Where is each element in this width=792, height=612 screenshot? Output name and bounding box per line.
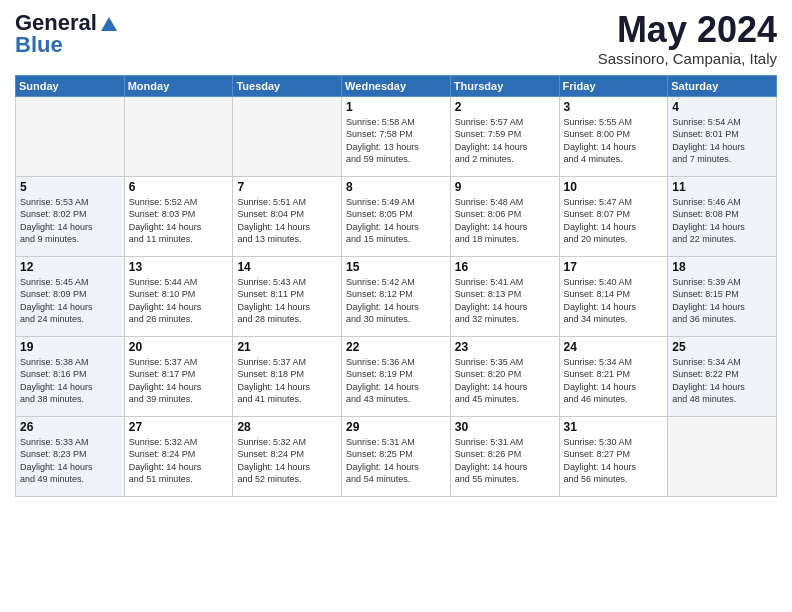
day-number: 5 <box>20 180 120 194</box>
day-number: 4 <box>672 100 772 114</box>
calendar-day: 27Sunrise: 5:32 AM Sunset: 8:24 PM Dayli… <box>124 416 233 496</box>
header: General Blue May 2024 Sassinoro, Campani… <box>15 10 777 67</box>
day-info: Sunrise: 5:52 AM Sunset: 8:03 PM Dayligh… <box>129 196 229 246</box>
header-saturday: Saturday <box>668 75 777 96</box>
day-info: Sunrise: 5:39 AM Sunset: 8:15 PM Dayligh… <box>672 276 772 326</box>
calendar-day: 30Sunrise: 5:31 AM Sunset: 8:26 PM Dayli… <box>450 416 559 496</box>
calendar-week-row: 5Sunrise: 5:53 AM Sunset: 8:02 PM Daylig… <box>16 176 777 256</box>
day-info: Sunrise: 5:30 AM Sunset: 8:27 PM Dayligh… <box>564 436 664 486</box>
day-info: Sunrise: 5:55 AM Sunset: 8:00 PM Dayligh… <box>564 116 664 166</box>
day-number: 10 <box>564 180 664 194</box>
calendar-day: 29Sunrise: 5:31 AM Sunset: 8:25 PM Dayli… <box>342 416 451 496</box>
day-info: Sunrise: 5:48 AM Sunset: 8:06 PM Dayligh… <box>455 196 555 246</box>
calendar-day: 14Sunrise: 5:43 AM Sunset: 8:11 PM Dayli… <box>233 256 342 336</box>
day-number: 21 <box>237 340 337 354</box>
logo: General Blue <box>15 10 121 58</box>
day-number: 26 <box>20 420 120 434</box>
calendar-day: 7Sunrise: 5:51 AM Sunset: 8:04 PM Daylig… <box>233 176 342 256</box>
logo-arrow-icon <box>99 13 119 33</box>
day-info: Sunrise: 5:54 AM Sunset: 8:01 PM Dayligh… <box>672 116 772 166</box>
day-info: Sunrise: 5:32 AM Sunset: 8:24 PM Dayligh… <box>129 436 229 486</box>
calendar-day: 1Sunrise: 5:58 AM Sunset: 7:58 PM Daylig… <box>342 96 451 176</box>
header-sunday: Sunday <box>16 75 125 96</box>
day-number: 11 <box>672 180 772 194</box>
day-number: 25 <box>672 340 772 354</box>
calendar-day <box>124 96 233 176</box>
day-number: 6 <box>129 180 229 194</box>
calendar-week-row: 12Sunrise: 5:45 AM Sunset: 8:09 PM Dayli… <box>16 256 777 336</box>
day-info: Sunrise: 5:53 AM Sunset: 8:02 PM Dayligh… <box>20 196 120 246</box>
day-info: Sunrise: 5:58 AM Sunset: 7:58 PM Dayligh… <box>346 116 446 166</box>
calendar-day: 11Sunrise: 5:46 AM Sunset: 8:08 PM Dayli… <box>668 176 777 256</box>
day-info: Sunrise: 5:31 AM Sunset: 8:26 PM Dayligh… <box>455 436 555 486</box>
header-monday: Monday <box>124 75 233 96</box>
day-number: 16 <box>455 260 555 274</box>
calendar-day: 12Sunrise: 5:45 AM Sunset: 8:09 PM Dayli… <box>16 256 125 336</box>
day-number: 9 <box>455 180 555 194</box>
calendar-page: General Blue May 2024 Sassinoro, Campani… <box>0 0 792 612</box>
calendar-day <box>668 416 777 496</box>
calendar-day: 22Sunrise: 5:36 AM Sunset: 8:19 PM Dayli… <box>342 336 451 416</box>
calendar-day: 19Sunrise: 5:38 AM Sunset: 8:16 PM Dayli… <box>16 336 125 416</box>
day-info: Sunrise: 5:37 AM Sunset: 8:18 PM Dayligh… <box>237 356 337 406</box>
day-info: Sunrise: 5:36 AM Sunset: 8:19 PM Dayligh… <box>346 356 446 406</box>
day-info: Sunrise: 5:35 AM Sunset: 8:20 PM Dayligh… <box>455 356 555 406</box>
calendar-day: 23Sunrise: 5:35 AM Sunset: 8:20 PM Dayli… <box>450 336 559 416</box>
day-info: Sunrise: 5:47 AM Sunset: 8:07 PM Dayligh… <box>564 196 664 246</box>
day-number: 17 <box>564 260 664 274</box>
calendar-day: 6Sunrise: 5:52 AM Sunset: 8:03 PM Daylig… <box>124 176 233 256</box>
day-info: Sunrise: 5:42 AM Sunset: 8:12 PM Dayligh… <box>346 276 446 326</box>
logo-blue: Blue <box>15 32 63 58</box>
day-number: 13 <box>129 260 229 274</box>
calendar-day: 17Sunrise: 5:40 AM Sunset: 8:14 PM Dayli… <box>559 256 668 336</box>
calendar-table: SundayMondayTuesdayWednesdayThursdayFrid… <box>15 75 777 497</box>
calendar-day: 16Sunrise: 5:41 AM Sunset: 8:13 PM Dayli… <box>450 256 559 336</box>
calendar-day: 2Sunrise: 5:57 AM Sunset: 7:59 PM Daylig… <box>450 96 559 176</box>
day-number: 18 <box>672 260 772 274</box>
calendar-day: 13Sunrise: 5:44 AM Sunset: 8:10 PM Dayli… <box>124 256 233 336</box>
day-number: 20 <box>129 340 229 354</box>
calendar-day: 20Sunrise: 5:37 AM Sunset: 8:17 PM Dayli… <box>124 336 233 416</box>
calendar-week-row: 26Sunrise: 5:33 AM Sunset: 8:23 PM Dayli… <box>16 416 777 496</box>
header-friday: Friday <box>559 75 668 96</box>
day-info: Sunrise: 5:37 AM Sunset: 8:17 PM Dayligh… <box>129 356 229 406</box>
day-info: Sunrise: 5:49 AM Sunset: 8:05 PM Dayligh… <box>346 196 446 246</box>
day-info: Sunrise: 5:43 AM Sunset: 8:11 PM Dayligh… <box>237 276 337 326</box>
day-info: Sunrise: 5:32 AM Sunset: 8:24 PM Dayligh… <box>237 436 337 486</box>
day-number: 24 <box>564 340 664 354</box>
day-number: 12 <box>20 260 120 274</box>
day-number: 27 <box>129 420 229 434</box>
day-number: 29 <box>346 420 446 434</box>
day-info: Sunrise: 5:46 AM Sunset: 8:08 PM Dayligh… <box>672 196 772 246</box>
calendar-week-row: 19Sunrise: 5:38 AM Sunset: 8:16 PM Dayli… <box>16 336 777 416</box>
day-number: 7 <box>237 180 337 194</box>
calendar-day: 24Sunrise: 5:34 AM Sunset: 8:21 PM Dayli… <box>559 336 668 416</box>
day-info: Sunrise: 5:38 AM Sunset: 8:16 PM Dayligh… <box>20 356 120 406</box>
day-number: 2 <box>455 100 555 114</box>
day-number: 15 <box>346 260 446 274</box>
day-info: Sunrise: 5:44 AM Sunset: 8:10 PM Dayligh… <box>129 276 229 326</box>
calendar-day: 4Sunrise: 5:54 AM Sunset: 8:01 PM Daylig… <box>668 96 777 176</box>
day-info: Sunrise: 5:41 AM Sunset: 8:13 PM Dayligh… <box>455 276 555 326</box>
calendar-day: 18Sunrise: 5:39 AM Sunset: 8:15 PM Dayli… <box>668 256 777 336</box>
calendar-day: 5Sunrise: 5:53 AM Sunset: 8:02 PM Daylig… <box>16 176 125 256</box>
header-wednesday: Wednesday <box>342 75 451 96</box>
day-number: 3 <box>564 100 664 114</box>
day-info: Sunrise: 5:45 AM Sunset: 8:09 PM Dayligh… <box>20 276 120 326</box>
day-number: 1 <box>346 100 446 114</box>
calendar-day: 15Sunrise: 5:42 AM Sunset: 8:12 PM Dayli… <box>342 256 451 336</box>
day-info: Sunrise: 5:57 AM Sunset: 7:59 PM Dayligh… <box>455 116 555 166</box>
calendar-day: 25Sunrise: 5:34 AM Sunset: 8:22 PM Dayli… <box>668 336 777 416</box>
svg-marker-0 <box>101 17 117 31</box>
header-tuesday: Tuesday <box>233 75 342 96</box>
day-number: 30 <box>455 420 555 434</box>
day-number: 31 <box>564 420 664 434</box>
day-number: 8 <box>346 180 446 194</box>
day-number: 22 <box>346 340 446 354</box>
calendar-week-row: 1Sunrise: 5:58 AM Sunset: 7:58 PM Daylig… <box>16 96 777 176</box>
calendar-day <box>16 96 125 176</box>
title-block: May 2024 Sassinoro, Campania, Italy <box>598 10 777 67</box>
calendar-day: 28Sunrise: 5:32 AM Sunset: 8:24 PM Dayli… <box>233 416 342 496</box>
calendar-day: 10Sunrise: 5:47 AM Sunset: 8:07 PM Dayli… <box>559 176 668 256</box>
day-info: Sunrise: 5:51 AM Sunset: 8:04 PM Dayligh… <box>237 196 337 246</box>
